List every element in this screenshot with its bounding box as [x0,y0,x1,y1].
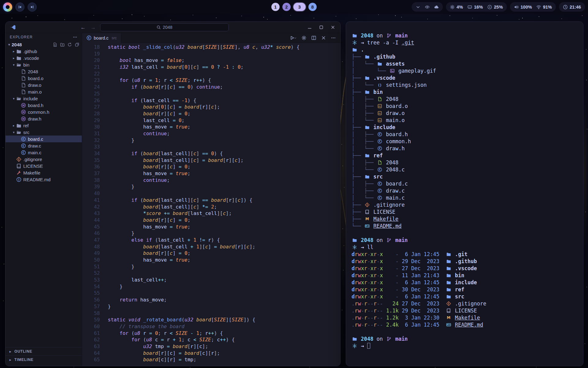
tree-item-.github[interactable]: ▸.github [6,48,82,55]
code-line[interactable]: 21 i32 last_cell = board[0][c] == 0 ? -1… [82,64,340,71]
code-line[interactable]: 30 has_move = true; [82,124,340,130]
code-line[interactable]: 39 } [82,183,340,190]
code-line[interactable]: 62 for (u8 c = r + 1; c < SIZE; c++) { [82,336,340,343]
code-line[interactable]: 51 } [82,263,340,270]
terminal-window[interactable]: 2048 on main → tree -a -I .git .├── .git… [346,21,583,366]
code-line[interactable]: 37 has_move = true; [82,170,340,177]
code-line[interactable]: 18static bool _slide_col(u32 board[SIZE]… [82,44,340,51]
tree-item-2048[interactable]: ▾2048 [6,41,82,48]
nav-forward-button[interactable]: → [91,25,96,30]
code-line[interactable]: 60 // transpose the board [82,323,340,330]
tree-item-board.o[interactable]: board.o [6,75,82,82]
tree-item-src[interactable]: ▾src [6,129,82,136]
code-line[interactable]: 50 has_move = true; [82,257,340,263]
tree-item-LICENSE[interactable]: LICENSE [6,163,82,169]
code-line[interactable]: 42 board[last_cell][c] *= 2; [82,204,340,210]
code-line[interactable]: 58 [82,310,340,317]
tree-item-board.h[interactable]: Hboard.h [6,102,82,109]
code-line[interactable]: 53 last_cell++; [82,277,340,283]
settings-gear-icon[interactable] [301,35,307,40]
workspace-3[interactable]: 3 [293,3,306,11]
code-line[interactable]: 52 [82,270,340,277]
code-line[interactable]: 40 [82,190,340,197]
code-line[interactable]: 55 [82,290,340,297]
tree-item-bin[interactable]: ▾bin [6,61,82,68]
media-prev-button[interactable] [15,2,24,12]
code-line[interactable]: 49 board[r][c] = 0; [82,250,340,257]
code-line[interactable]: 48 board[last_cell + 1][c] = board[r][c]… [82,243,340,250]
code-line[interactable]: 31 continue; [82,130,340,137]
search-box[interactable]: 2048 [100,23,229,31]
code-line[interactable]: 65 board[c][r] = tmp; [82,356,340,363]
code-line[interactable]: 56 return has_move; [82,297,340,303]
editor-titlebar[interactable]: ← → 2048 [6,22,340,33]
tree-item-draw.o[interactable]: draw.o [6,82,82,88]
tree-item-board.c[interactable]: Cboard.c [6,136,82,142]
new-folder-icon[interactable] [60,42,65,47]
code-line[interactable]: 22 [82,71,340,77]
code-line[interactable]: 44 board[r][c] = 0; [82,217,340,224]
code-line[interactable]: 59static void _rotate_board(u32 board[SI… [82,316,340,323]
code-line[interactable]: 26 if (last_cell == -1) { [82,97,340,104]
tree-item-ref[interactable]: ▸ref [6,122,82,129]
tree-item-.vscode[interactable]: ▸.vscode [6,55,82,61]
tree-item-Makefile[interactable]: Makefile [6,169,82,176]
media-next-button[interactable] [28,2,37,12]
code-line[interactable]: 47 else if (last_cell + 1 != r) { [82,237,340,243]
split-editor-icon[interactable] [311,35,316,40]
code-line[interactable]: 35 board[last_cell][c] = board[r][c]; [82,157,340,164]
code-line[interactable]: 38 continue; [82,177,340,184]
run-button[interactable] [289,35,297,40]
system-stats-group[interactable]: 4%16%25% [446,2,507,12]
outline-panel[interactable]: ▸OUTLINE [6,347,82,355]
code-line[interactable]: 64 board[r][c] = board[c][r]; [82,350,340,357]
tree-item-draw.c[interactable]: Cdraw.c [6,142,82,149]
timeline-panel[interactable]: ▸TIMELINE [6,355,82,363]
code-line[interactable]: 32 } [82,137,340,144]
code-line[interactable]: 27 board[0][c] = board[r][c]; [82,104,340,110]
system-settings-logo[interactable] [3,2,12,12]
tree-item-draw.h[interactable]: Hdraw.h [6,115,82,122]
workspace-1[interactable]: 1 [271,3,280,11]
code-line[interactable]: 41 if (board[last_cell][c] == board[r][c… [82,197,340,204]
code-area[interactable]: 18static bool _slide_col(u32 board[SIZE]… [82,43,340,366]
audio-network-group[interactable]: 100%91% [510,2,556,12]
clock-group[interactable]: 21:46 [559,2,585,12]
refresh-icon[interactable] [67,42,72,47]
code-line[interactable]: 19 [82,51,340,57]
collapse-icon[interactable] [75,42,79,47]
workspace-8[interactable]: 8 [308,3,317,11]
nav-back-button[interactable]: ← [81,25,86,30]
workspace-2[interactable]: 2 [282,3,291,11]
minimize-button[interactable] [307,25,312,30]
tree-item-.gitignore[interactable]: .gitignore [6,156,82,163]
code-line[interactable]: 29 last_cell = 0; [82,117,340,124]
code-line[interactable]: 43 *score += board[last_cell][c]; [82,210,340,217]
tree-item-common.h[interactable]: Hcommon.h [6,109,82,115]
code-line[interactable]: 25 [82,90,340,97]
tab-board-c[interactable]: C board.c src [82,33,121,43]
new-file-icon[interactable] [53,42,57,47]
code-line[interactable]: 20 bool has_move = false; [82,57,340,64]
code-line[interactable]: 46 } [82,230,340,237]
more-actions-icon[interactable] [331,35,336,40]
code-line[interactable]: 23 for (u8 r = 1; r < SIZE; r++) { [82,77,340,84]
maximize-button[interactable] [319,25,324,30]
tree-item-2048[interactable]: 2048 [6,68,82,75]
tree-item-include[interactable]: ▾include [6,95,82,102]
code-line[interactable]: 57} [82,303,340,310]
code-line[interactable]: 28 board[r][c] = 0; [82,110,340,117]
code-line[interactable]: 36 board[r][c] = 0; [82,163,340,170]
code-line[interactable]: 34 if (board[last_cell][c] == 0) { [82,150,340,157]
tree-item-main.c[interactable]: Cmain.c [6,149,82,156]
code-line[interactable]: 24 if (board[r][c] == 0) continue; [82,84,340,90]
code-line[interactable]: 61 for (u8 r = 0; r < SIZE - 1; r++) { [82,330,340,337]
close-window-button[interactable] [330,25,335,30]
code-line[interactable]: 45 has_move = true; [82,224,340,230]
tree-item-main.o[interactable]: main.o [6,88,82,95]
tree-item-README.md[interactable]: README.md [6,176,82,183]
explorer-more-icon[interactable] [73,35,77,40]
tray-group[interactable] [412,2,443,12]
code-line[interactable]: 54 } [82,283,340,290]
close-editor-icon[interactable] [321,35,326,40]
